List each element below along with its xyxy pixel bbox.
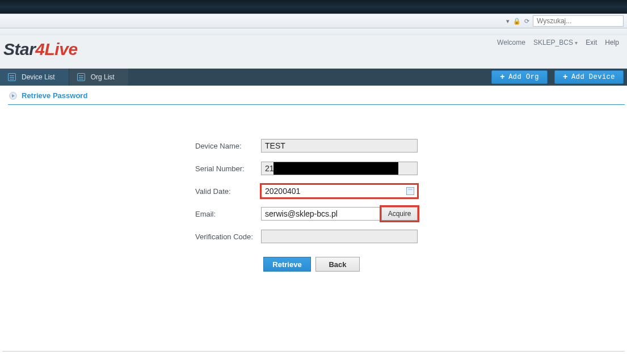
device-name-label: Device Name: xyxy=(0,142,261,150)
page-title: Retrieve Password xyxy=(22,91,87,100)
tab-label: Org List xyxy=(91,73,115,81)
button-label: Add Org xyxy=(508,73,539,81)
divider xyxy=(2,351,625,352)
calendar-icon[interactable] xyxy=(406,187,414,195)
tab-device-list[interactable]: Device List xyxy=(0,69,69,86)
divider xyxy=(8,104,625,105)
email-field[interactable] xyxy=(261,207,381,221)
tab-org-list[interactable]: Org List xyxy=(69,69,128,86)
window-titlebar xyxy=(0,0,627,14)
plus-icon: + xyxy=(500,73,505,82)
verification-code-field[interactable] xyxy=(261,230,418,243)
valid-date-field[interactable] xyxy=(261,184,418,198)
acquire-button[interactable]: Acquire xyxy=(381,207,418,221)
main-navbar: Device List Org List + Add Org + Add Dev… xyxy=(0,69,627,86)
lock-icon: 🔒 xyxy=(513,18,521,25)
list-icon xyxy=(77,73,85,81)
app-header: Welcome SKLEP_BCS ▾ Exit Help Star4Live xyxy=(0,35,627,69)
add-device-button[interactable]: + Add Device xyxy=(554,70,624,84)
welcome-text: Welcome xyxy=(497,39,525,46)
list-icon xyxy=(8,73,16,81)
browser-toolbar: ▾ 🔒 ⟳ xyxy=(0,14,627,28)
browser-search-input[interactable] xyxy=(533,15,624,27)
help-link[interactable]: Help xyxy=(605,39,619,46)
plus-icon: + xyxy=(563,73,568,82)
retrieve-password-form: Device Name: Serial Number: Valid Date: xyxy=(0,139,627,272)
redaction-mask xyxy=(273,162,398,175)
back-button[interactable]: Back xyxy=(315,257,360,272)
device-name-field[interactable] xyxy=(261,139,418,153)
email-label: Email: xyxy=(0,210,261,218)
add-org-button[interactable]: + Add Org xyxy=(491,70,548,84)
button-label: Add Device xyxy=(571,73,615,81)
play-icon xyxy=(9,92,17,100)
tab-label: Device List xyxy=(22,73,55,81)
serial-number-label: Serial Number: xyxy=(0,164,261,173)
retrieve-button[interactable]: Retrieve xyxy=(263,257,311,272)
bookmarks-bar xyxy=(0,28,627,35)
exit-link[interactable]: Exit xyxy=(586,39,597,46)
verification-code-label: Verification Code: xyxy=(0,232,261,241)
chevron-down-icon[interactable]: ▾ xyxy=(575,40,578,46)
reload-icon[interactable]: ⟳ xyxy=(524,18,529,25)
dropdown-icon[interactable]: ▾ xyxy=(506,18,510,25)
breadcrumb: Retrieve Password xyxy=(6,86,627,104)
valid-date-label: Valid Date: xyxy=(0,187,261,196)
user-name[interactable]: SKLEP_BCS xyxy=(533,39,573,46)
